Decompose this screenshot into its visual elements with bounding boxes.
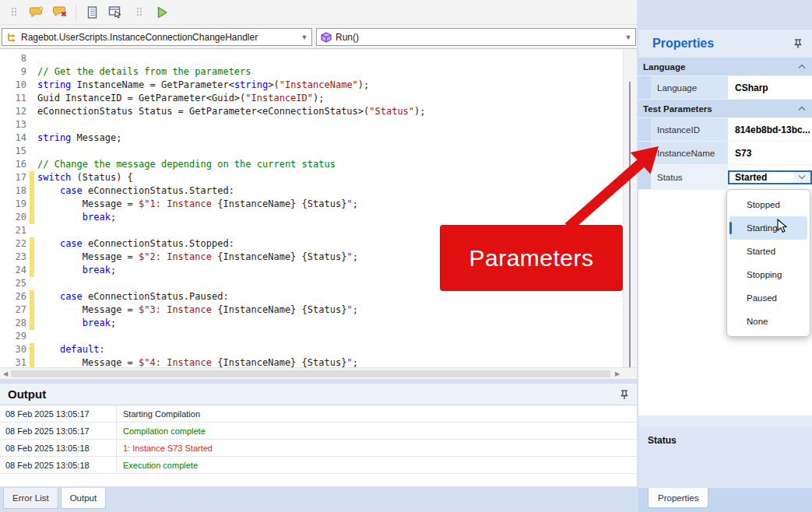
collapse-chevron-icon[interactable] [798, 106, 806, 111]
output-message: Starting Compilation [117, 409, 200, 419]
drag-grip-icon[interactable] [3, 2, 23, 23]
code-line[interactable]: 8 [0, 52, 623, 65]
code-line[interactable]: 14string Message; [0, 132, 623, 145]
output-panel-header: Output [0, 384, 637, 405]
line-number: 17 [0, 171, 26, 184]
line-number: 18 [0, 184, 26, 198]
output-rows: 08 Feb 2025 13:05:17Starting Compilation… [0, 405, 637, 474]
line-number: 9 [0, 65, 26, 79]
drag-grip-icon[interactable] [128, 2, 149, 23]
document-icon [86, 6, 98, 19]
editor-horizontal-scrollbar[interactable]: ◀ ▶ [0, 367, 637, 379]
scrollbar-thumb[interactable] [11, 370, 610, 377]
category-header[interactable]: Test Parameters [638, 100, 812, 118]
new-comment-button[interactable] [26, 2, 47, 23]
output-row[interactable]: 08 Feb 2025 13:05:17Compilation complete [0, 423, 637, 440]
selected-property-name: Status [648, 435, 803, 446]
line-number: 16 [0, 158, 26, 171]
property-value[interactable]: S73 [728, 142, 812, 164]
view-code-button[interactable] [82, 2, 102, 23]
code-line[interactable]: 15 [0, 145, 623, 158]
toolbar [0, 0, 637, 25]
method-selector-value: Run() [332, 32, 621, 43]
code-line[interactable]: 12eConnectionStatus Status = GetParamete… [0, 105, 623, 118]
delete-comment-icon [53, 5, 68, 19]
code-line[interactable]: 30 default: [0, 343, 623, 356]
property-row-language[interactable]: LanguageCSharp [638, 76, 812, 100]
code-line[interactable]: 26 case eConnectionStatus.Paused: [0, 290, 623, 303]
chevron-down-icon[interactable] [793, 172, 810, 183]
scroll-left-arrow-icon[interactable]: ◀ [0, 368, 11, 379]
scroll-right-arrow-icon[interactable]: ▶ [612, 368, 623, 379]
code-line[interactable]: 17switch (Status) { [0, 171, 623, 184]
line-number: 27 [0, 303, 26, 317]
app-window: Ragebot.UserScripts.InstanceConnectionCh… [0, 0, 812, 512]
method-selector[interactable]: Run() ▼ [316, 28, 636, 46]
dropdown-item-starting[interactable]: Starting [729, 216, 807, 240]
property-value[interactable]: Started [728, 165, 812, 189]
code-line[interactable]: 13 [0, 118, 623, 132]
code-line[interactable]: 27 Message = $"3: Instance {InstanceName… [0, 303, 623, 317]
chevron-down-icon: ▼ [297, 33, 311, 41]
dropdown-item-stopping[interactable]: Stopping [729, 263, 807, 286]
status-combobox[interactable]: Started [728, 170, 812, 184]
code-line[interactable]: 20 break; [0, 211, 623, 224]
code-line[interactable]: 19 Message = $"1: Instance {InstanceName… [0, 198, 623, 211]
run-button[interactable] [152, 2, 172, 23]
line-number: 22 [0, 237, 26, 251]
script-icon [6, 32, 17, 43]
script-selector[interactable]: Ragebot.UserScripts.InstanceConnectionCh… [2, 28, 312, 46]
dropdown-item-started[interactable]: Started [729, 240, 807, 263]
right-tab-strip: Properties [638, 488, 812, 512]
output-panel: Output 08 Feb 2025 13:05:17Starting Comp… [0, 384, 637, 486]
toolbar-separator [76, 5, 76, 20]
code-editor[interactable]: 89// Get the details from the parameters… [0, 49, 637, 379]
code-text: case eConnectionStatus.Paused: [34, 290, 229, 303]
tab-error-list[interactable]: Error List [3, 488, 58, 509]
pin-icon[interactable] [793, 38, 803, 49]
chevron-down-icon: ▼ [621, 33, 635, 41]
select-control-button[interactable] [105, 2, 125, 23]
line-number: 28 [0, 317, 26, 330]
code-line[interactable]: 18 case eConnectionStatus.Started: [0, 184, 623, 198]
category-name: Test Parameters [643, 104, 712, 114]
code-text: eConnectionStatus Status = GetParameter<… [34, 105, 426, 118]
output-row[interactable]: 08 Feb 2025 13:05:17Starting Compilation [0, 405, 637, 423]
status-combobox-value: Started [729, 172, 793, 183]
output-row[interactable]: 08 Feb 2025 13:05:181: Instance S73 Star… [0, 440, 637, 457]
category-header[interactable]: Language [638, 58, 812, 76]
line-number: 24 [0, 264, 26, 277]
properties-panel-title: Properties [652, 37, 793, 51]
output-row[interactable]: 08 Feb 2025 13:05:18Execution complete [0, 457, 637, 474]
delete-comment-button[interactable] [50, 2, 70, 23]
code-text: switch (Status) { [34, 171, 133, 184]
collapse-chevron-icon[interactable] [798, 64, 806, 69]
code-line[interactable]: 16// Change the message depending on the… [0, 158, 623, 171]
code-text: string Message; [34, 132, 121, 145]
code-text [34, 224, 37, 237]
code-text [34, 52, 37, 65]
property-value[interactable]: 814eb8bd-13bc... [728, 118, 812, 141]
code-line[interactable]: 9// Get the details from the parameters [0, 65, 623, 79]
line-number: 23 [0, 251, 26, 264]
tab-properties[interactable]: Properties [648, 488, 708, 508]
mouse-cursor-icon [777, 219, 788, 234]
property-value[interactable]: CSharp [728, 76, 812, 99]
bottom-tab-strip: Error ListOutput [0, 488, 637, 512]
dropdown-item-stopped[interactable]: Stopped [729, 193, 807, 216]
code-line[interactable]: 11Guid InstanceID = GetParameter<Guid>("… [0, 92, 623, 105]
code-line[interactable]: 29 [0, 330, 623, 343]
tab-output[interactable]: Output [61, 488, 107, 509]
code-text: break; [34, 211, 116, 224]
code-line[interactable]: 28 break; [0, 317, 623, 330]
status-dropdown-popup: StoppedStartingStartedStoppingPausedNone [726, 189, 810, 337]
category-name: Language [643, 62, 685, 72]
output-timestamp: 08 Feb 2025 13:05:17 [0, 423, 117, 439]
output-panel-title: Output [8, 388, 620, 401]
pin-icon[interactable] [620, 389, 629, 400]
dropdown-item-none[interactable]: None [729, 310, 807, 333]
dropdown-item-paused[interactable]: Paused [729, 286, 807, 310]
code-text: case eConnectionStatus.Stopped: [34, 237, 234, 251]
output-timestamp: 08 Feb 2025 13:05:18 [0, 457, 117, 473]
code-line[interactable]: 10string InstanceName = GetParameter<str… [0, 79, 623, 92]
